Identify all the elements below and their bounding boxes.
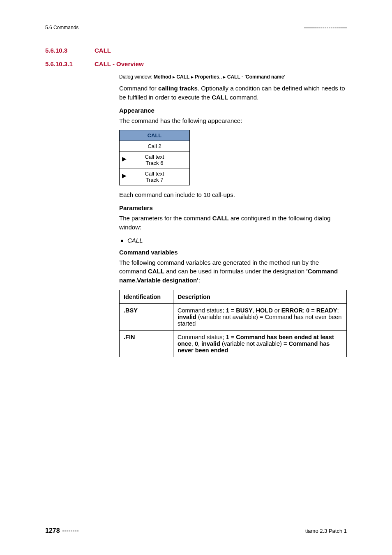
text: ; (337, 307, 339, 314)
text: (variable not available) (196, 314, 260, 320)
dialog-part: Method (154, 74, 171, 80)
text: , (198, 340, 201, 347)
section-number: 5.6.10.3.1 (45, 60, 86, 67)
table-row: .FIN Command status; 1 = Command has bee… (120, 330, 347, 357)
text: , (253, 307, 256, 314)
text-bold: ERROR (281, 307, 303, 314)
parameters-list: CALL (119, 237, 347, 244)
text: The parameters for the command (119, 215, 212, 222)
section-title: CALL - Overview (95, 60, 144, 67)
note-text: Each command can include to 10 call-ups. (119, 190, 347, 199)
parameters-text: The parameters for the command CALL are … (119, 214, 347, 232)
section-heading-1: 5.6.10.3 CALL (45, 47, 347, 54)
section-number: 5.6.10.3 (45, 47, 82, 54)
call-row-text: Call 2 (148, 143, 161, 149)
dialog-path: Dialog window: Method ▸ CALL ▸ Propertie… (119, 74, 347, 80)
table-header-row: Identification Description (120, 290, 347, 303)
parameters-heading: Parameters (119, 204, 347, 211)
text: : (198, 277, 200, 284)
var-id: .FIN (124, 334, 135, 340)
text: Command status; (178, 334, 226, 340)
text-bold: CALL (212, 94, 228, 101)
call-box-header: CALL (120, 130, 189, 141)
appearance-heading: Appearance (119, 107, 347, 114)
footer-decoration (62, 530, 78, 532)
table-cell: Command status; 1 = BUSY, HOLD or ERROR;… (173, 303, 347, 330)
call-box-row: Call 2 (120, 141, 189, 152)
dialog-prefix: Dialog window: (119, 74, 154, 80)
text: ; (303, 307, 306, 314)
dialog-part: CALL - 'Command name' (227, 74, 286, 80)
command-variables-text: The following command variables are gene… (119, 258, 347, 285)
variables-table: Identification Description .BSY Command … (119, 290, 347, 357)
call-row-text: Track 6 (146, 160, 164, 166)
page-header: 5.6 Commands (45, 25, 347, 30)
table-header: Identification (120, 290, 173, 303)
table-header: Description (173, 290, 347, 303)
var-id: .BSY (124, 307, 138, 314)
dialog-part: Properties.. (195, 74, 222, 80)
section-title: CALL (95, 47, 111, 54)
call-row-text: Call text (145, 171, 164, 177)
text: (variable not available) (220, 340, 284, 347)
call-box-row: ▶ Call text Track 6 (120, 152, 189, 169)
text-bold: 0 (195, 340, 198, 347)
header-section: 5.6 Commands (45, 25, 78, 30)
text-bold: CALL (212, 215, 229, 222)
table-cell: .BSY (120, 303, 173, 330)
dialog-part: CALL (176, 74, 189, 80)
intro-paragraph: Command for calling tracks. Optionally a… (119, 84, 347, 102)
call-box-row: ▶ Call text Track 7 (120, 169, 189, 185)
table-row: .BSY Command status; 1 = BUSY, HOLD or E… (120, 303, 347, 330)
call-row-text: Track 7 (146, 177, 164, 183)
call-row-text: Call text (145, 154, 164, 160)
appearance-text: The command has the following appearance… (119, 116, 347, 125)
table-cell: Command status; 1 = Command has been end… (173, 330, 347, 357)
text: or (273, 307, 281, 314)
text-bold: calling tracks (158, 85, 198, 92)
text: Command status; (178, 307, 226, 314)
header-decoration (304, 27, 347, 28)
footer-version: tiamo 2.3 Patch 1 (305, 528, 347, 534)
text-bold: invalid (201, 340, 220, 347)
text-bold: invalid (178, 314, 196, 320)
list-item: CALL (127, 237, 347, 244)
text: and can be used in formulas under the de… (164, 268, 306, 275)
table-cell: .FIN (120, 330, 173, 357)
text: Command for (119, 85, 158, 92)
text-bold: 1 = BUSY (226, 307, 253, 314)
text-bold: 0 = READY (306, 307, 337, 314)
page-footer: 1278 tiamo 2.3 Patch 1 (45, 527, 347, 534)
footer-page: 1278 (45, 527, 78, 534)
text-bold: HOLD (256, 307, 273, 314)
text-bold: CALL (148, 268, 164, 275)
call-command-box: CALL Call 2 ▶ Call text Track 6 ▶ Call t… (119, 130, 190, 185)
text: , (191, 340, 195, 347)
page-number: 1278 (45, 527, 60, 534)
section-heading-2: 5.6.10.3.1 CALL - Overview (45, 60, 347, 67)
text: command. (228, 94, 258, 101)
command-variables-heading: Command variables (119, 249, 347, 256)
